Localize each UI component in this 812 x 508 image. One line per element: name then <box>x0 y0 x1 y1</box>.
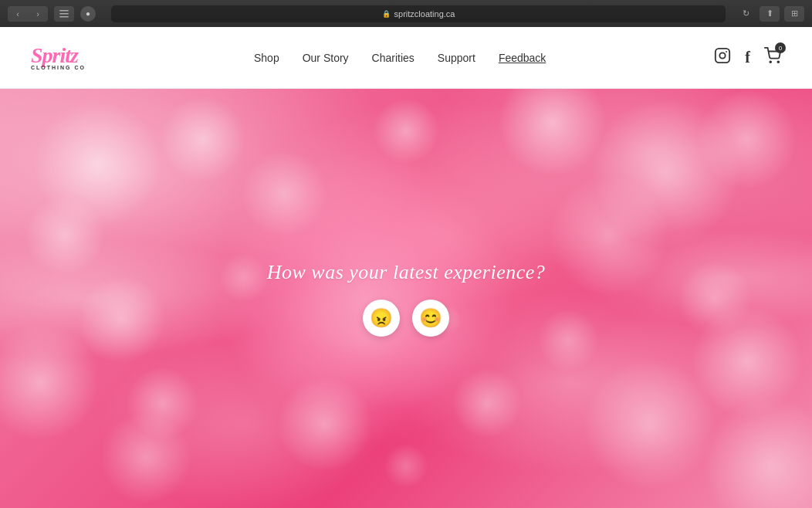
browser-right-controls: ⬆ ⊞ <box>760 6 804 22</box>
hero-section: How was your latest experience? 😠 😊 <box>0 89 812 508</box>
privacy-icon: ● <box>80 6 96 22</box>
nav-shop[interactable]: Shop <box>254 51 279 65</box>
share-button[interactable]: ⬆ <box>760 6 780 22</box>
new-tab-button[interactable]: ⊞ <box>784 6 804 22</box>
logo[interactable]: Spritz CLOTHING CO <box>31 45 86 70</box>
svg-rect-0 <box>59 10 69 12</box>
cart-badge: 0 <box>775 42 786 53</box>
feedback-question: How was your latest experience? <box>267 261 546 284</box>
back-forward-group: ‹ › <box>8 6 48 22</box>
website: Spritz CLOTHING CO Shop Our Story Charit… <box>0 27 812 508</box>
hero-content: How was your latest experience? 😠 😊 <box>267 261 546 337</box>
reload-button[interactable]: ↻ <box>738 6 753 22</box>
facebook-link[interactable]: f <box>745 49 750 66</box>
browser-chrome: ‹ › ● 🔒 spritzcloating.ca ↻ ⬆ ⊞ <box>0 0 812 27</box>
svg-rect-2 <box>59 16 69 18</box>
instagram-link[interactable] <box>714 47 731 68</box>
navigation: Spritz CLOTHING CO Shop Our Story Charit… <box>0 27 812 89</box>
logo-sub: CLOTHING CO <box>31 65 86 70</box>
nav-support[interactable]: Support <box>438 51 475 65</box>
happy-emoji-button[interactable]: 😊 <box>412 300 449 337</box>
address-bar[interactable]: 🔒 spritzcloating.ca <box>111 5 726 22</box>
nav-links: Shop Our Story Charities Support Feedbac… <box>254 51 546 65</box>
svg-point-4 <box>720 52 726 58</box>
lock-icon: 🔒 <box>382 10 391 18</box>
svg-point-6 <box>770 61 771 63</box>
angry-emoji-button[interactable]: 😠 <box>363 300 400 337</box>
nav-feedback[interactable]: Feedback <box>499 51 546 65</box>
nav-controls: ‹ › <box>8 6 74 22</box>
nav-our-story[interactable]: Our Story <box>303 51 349 65</box>
back-button[interactable]: ‹ <box>8 6 28 22</box>
forward-button[interactable]: › <box>28 6 48 22</box>
nav-charities[interactable]: Charities <box>372 51 414 65</box>
svg-rect-1 <box>59 13 69 15</box>
url-text: spritzcloating.ca <box>394 9 455 19</box>
sidebar-button[interactable] <box>54 6 74 22</box>
svg-rect-3 <box>716 49 729 63</box>
svg-point-5 <box>726 51 727 52</box>
svg-point-7 <box>777 61 779 63</box>
logo-spritz: Spritz <box>31 45 86 66</box>
emoji-feedback-row: 😠 😊 <box>363 300 449 337</box>
cart-icon[interactable]: 0 <box>764 47 781 68</box>
nav-right-icons: f 0 <box>714 47 781 68</box>
